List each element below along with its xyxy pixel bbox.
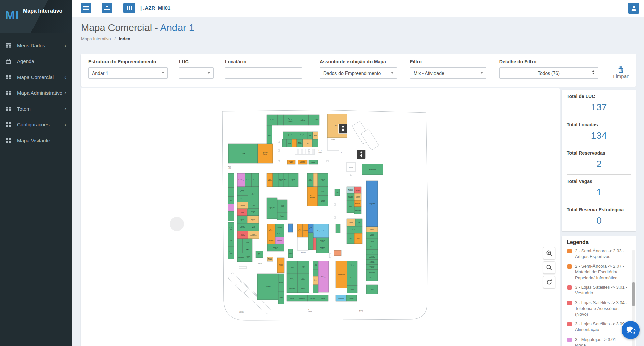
sidebar-item-totem[interactable]: Totem‹ (0, 101, 72, 117)
store-block-carolina-herrera[interactable]: CarolinaHerrera (366, 232, 378, 238)
store-block-lupo[interactable]: Lupo (366, 250, 378, 254)
store-block-bluebeach[interactable]: Bluebeach (336, 261, 347, 288)
store-block-heling-kids[interactable]: HelingKids (244, 253, 252, 262)
store-block-ranz[interactable]: Ranz (228, 197, 234, 204)
store-block-ease-controller.net[interactable]: EASEController.net (248, 231, 259, 239)
store-block[interactable] (228, 204, 234, 211)
store-block-surf-modas[interactable]: SurfModas (248, 187, 259, 202)
store-block-heling[interactable]: Heling (243, 239, 252, 246)
clear-filters-button[interactable]: Limpar (613, 66, 629, 79)
store-block-moana[interactable]: Moana (366, 244, 378, 250)
store-block-lacoste[interactable]: Lacoste (257, 274, 278, 300)
store-block-padina[interactable]: Padina (309, 160, 318, 164)
store-block-kings-sneakers[interactable]: KingsSneakers (237, 187, 248, 196)
chat-support-button[interactable] (622, 321, 640, 339)
store-block-santa-lolla[interactable]: SantaLolla (298, 261, 309, 273)
store-block-objetivo[interactable]: Objetivo (237, 202, 248, 209)
filter-luc-select[interactable] (179, 67, 214, 79)
store-block-erva doce[interactable]: Erva Doce (347, 226, 362, 233)
store-block-polo wear[interactable]: Polo Wear (308, 295, 318, 301)
store-block[interactable] (309, 115, 314, 125)
store-block-fast shop[interactable]: Fast Shop (237, 173, 245, 187)
store-block-balenciaga[interactable]: Balenciaga (354, 207, 361, 214)
store-block-tenis[interactable]: Tenis (366, 285, 378, 294)
store-block-guss-bagaço[interactable]: GussBagaço (267, 173, 273, 187)
app-logo[interactable]: MI Mapa Interativo (0, 0, 72, 33)
store-block-eudio-male[interactable]: EudioMale (228, 222, 234, 235)
store-block-óptica-vivissimo[interactable]: ÓpticaVivissimo (366, 260, 378, 265)
store-block-polishop[interactable]: Polishop (287, 273, 298, 284)
store-block-puket[interactable]: Puket (248, 202, 259, 209)
sidebar-item-meus-dados[interactable]: Meus Dados‹ (0, 37, 72, 53)
store-block-key-cookies[interactable]: KeyCookies (298, 273, 309, 284)
store-block[interactable] (282, 139, 287, 147)
store-block-mia-victoria[interactable]: MiaVictoria (307, 173, 313, 187)
store-block[interactable] (228, 173, 234, 188)
store-block-playland[interactable]: Playland (366, 181, 378, 227)
store-block-webnegócio[interactable]: Webnegócio (366, 270, 378, 275)
store-block-centauro[interactable]: Centauro (366, 275, 378, 281)
store-block-morena-rosa[interactable]: MorenaRosa (278, 173, 283, 187)
store-block-bom doce-empadaria[interactable]: Bom DoceEmpadaria (347, 193, 354, 200)
store-block[interactable] (312, 139, 318, 147)
grid-view-button[interactable] (123, 3, 135, 13)
store-block-drogasil[interactable]: Drogasil (347, 219, 355, 226)
store-block-paola da-vinci[interactable]: Paola daVinci (318, 173, 328, 187)
store-block[interactable] (334, 250, 341, 256)
store-block[interactable] (308, 233, 313, 250)
store-block-cacau-show[interactable]: CacauShow (228, 246, 234, 259)
store-block-iplace[interactable]: Iplace (287, 261, 298, 273)
store-block-mr sport[interactable]: Mr Sport (354, 187, 361, 193)
store-block-empório-armani[interactable]: EmpórioArmani (318, 196, 328, 206)
store-block-candide[interactable]: Candide (267, 115, 278, 125)
store-block-crocs[interactable]: Crocs (318, 187, 328, 196)
store-block-inovathi[interactable]: Inovathi (366, 227, 378, 232)
toggle-sidebar-button[interactable] (81, 3, 91, 13)
store-block-burguer-king[interactable]: BurguerKing (287, 160, 295, 164)
store-block[interactable] (228, 211, 234, 221)
store-block-empório-vivimar[interactable]: EmpórioVivimar (354, 193, 361, 200)
store-block-bacio di-latte[interactable]: Bacio DiLatte (297, 132, 307, 139)
store-block-castor[interactable]: Castor (366, 238, 378, 244)
store-block-ease[interactable]: EASE (278, 291, 284, 304)
store-block-tanka[interactable]: Tanka (287, 139, 292, 147)
store-block-ewg[interactable]: EWG (313, 132, 318, 139)
store-block[interactable] (313, 269, 318, 276)
store-block-le lis-blanc[interactable]: Le LisBlanc (248, 223, 259, 231)
store-block-dom-caseiro[interactable]: DomCaseiro (237, 231, 248, 239)
store-block[interactable] (278, 115, 284, 125)
store-block-estação-do app[interactable]: Estaçãodo App (267, 257, 273, 261)
store-block-baked-potato[interactable]: BakedPotato (283, 132, 297, 139)
store-block-tasty-bulbões[interactable]: TastyBulbões (267, 224, 275, 237)
store-block-riachuelo[interactable]: Riachuelo (252, 173, 259, 187)
filter-structure-select[interactable]: Andar 1 (88, 67, 168, 79)
filter-filter-select[interactable]: Mix - Atividade (410, 67, 486, 79)
store-block-starbucks[interactable]: Starbucks (275, 231, 284, 237)
filter-subject-select[interactable]: Dados do Empreendimento (320, 67, 397, 79)
store-block-pini[interactable]: Pini (307, 132, 313, 139)
store-block-magnólia[interactable]: Magnólia (267, 237, 275, 244)
zoom-out-button[interactable] (543, 261, 555, 274)
filter-detail-select[interactable]: Todos (76) (499, 67, 598, 79)
store-block-zelo[interactable]: Zelo (228, 235, 234, 246)
store-block-pecorino-bar &-trattoria[interactable]: PecorinoBar &Trattoria (284, 115, 297, 125)
store-block-ana-freire[interactable]: AnaFreire (256, 251, 263, 258)
store-block-dudalina[interactable]: Dudalina (303, 224, 308, 237)
store-block[interactable] (228, 188, 234, 197)
store-block-café do-ponto[interactable]: Café doPonto (267, 198, 277, 219)
store-block-tim[interactable]: Tim (355, 219, 362, 226)
store-block-mcdonald's[interactable]: McDonald's (237, 253, 244, 262)
store-block-c&a[interactable]: C&A (228, 144, 258, 163)
sidebar-item-mapa-comercial[interactable]: Mapa Comercial‹ (0, 69, 72, 85)
store-block-divino-fogão[interactable]: DivinoFogão (277, 200, 287, 212)
store-block-sephora[interactable]: Sephora (298, 284, 309, 293)
sidebar-item-mapa-administrativo[interactable]: Mapa Administrativo‹ (0, 85, 72, 101)
store-block-em breve-loja-anúncio[interactable]: Em BreveLojaAnúncio (316, 244, 329, 253)
store-block-nutri-empório[interactable]: NutriEmpório (297, 224, 303, 237)
store-block-pandora[interactable]: Pandora (275, 224, 284, 231)
store-block[interactable] (292, 139, 297, 147)
store-block-batioclinic[interactable]: Batioclinic (354, 200, 361, 207)
user-menu-button[interactable] (628, 3, 639, 14)
store-block-barbearia-corleone[interactable]: BarbeariaCorleone (347, 187, 354, 193)
legend-scrollbar-thumb[interactable] (632, 282, 635, 306)
